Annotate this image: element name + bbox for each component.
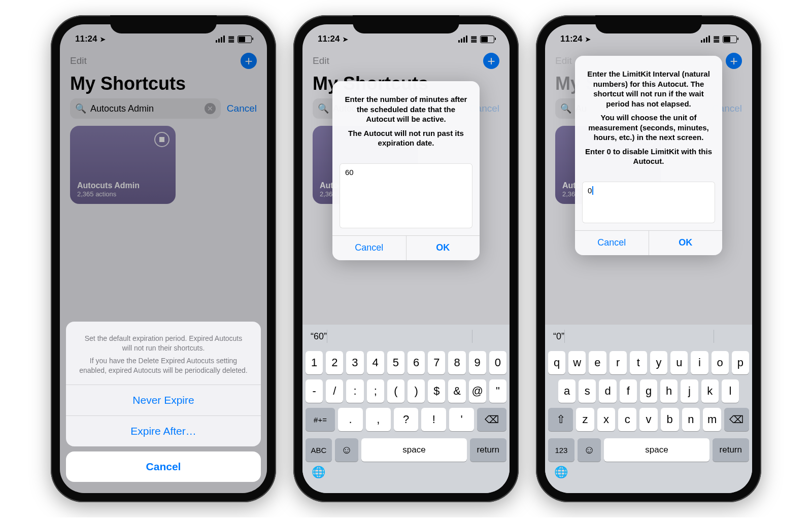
- keyboard-row: -/:;()$&@": [306, 379, 506, 403]
- alert-dialog: Enter the number of minutes after the sc…: [332, 81, 480, 260]
- key[interactable]: q: [548, 351, 565, 374]
- key[interactable]: ?: [394, 408, 419, 431]
- phone-1: 11:24 ➤ ䷀ Edit + My Shortcuts 🔍 Autocuts…: [51, 15, 276, 502]
- key[interactable]: .: [338, 408, 363, 431]
- key[interactable]: 7: [428, 351, 445, 374]
- notch: [110, 15, 217, 33]
- phone-2: 11:24 ➤ ䷀ Edit + My Shortcuts 🔍 Autocuts…: [293, 15, 519, 502]
- key[interactable]: d: [599, 379, 616, 403]
- key[interactable]: i: [691, 351, 708, 374]
- key[interactable]: 8: [448, 351, 465, 374]
- key[interactable]: k: [701, 379, 719, 403]
- alert-dialog: Enter the LimitKit Interval (natural num…: [575, 56, 722, 255]
- alert-input-value: 60: [345, 168, 354, 177]
- key[interactable]: u: [670, 351, 688, 374]
- key-mode-toggle[interactable]: 123: [548, 438, 574, 462]
- key[interactable]: ": [489, 379, 506, 403]
- quicktype-divider: [472, 330, 472, 343]
- key-delete[interactable]: ⌫: [724, 408, 749, 431]
- quicktype-divider: [564, 330, 565, 343]
- key-return[interactable]: return: [470, 438, 507, 462]
- key[interactable]: 4: [367, 351, 384, 374]
- key[interactable]: 6: [408, 351, 425, 374]
- key[interactable]: !: [421, 408, 446, 431]
- key-space[interactable]: space: [604, 438, 709, 462]
- key[interactable]: h: [660, 379, 678, 403]
- key[interactable]: @: [469, 379, 486, 403]
- key[interactable]: a: [558, 379, 576, 403]
- keyboard: “60” 1234567890 -/:;()$&@" #+= .,?!' ⌫: [302, 325, 510, 493]
- action-sheet: Set the default expiration period. Expir…: [66, 322, 261, 482]
- alert-text-input[interactable]: 0: [582, 182, 715, 223]
- key[interactable]: :: [346, 379, 363, 403]
- alert-text: The Autocut will not run past its expira…: [342, 128, 470, 148]
- quicktype-suggestion[interactable]: “0”: [553, 331, 564, 342]
- key[interactable]: 3: [346, 351, 363, 374]
- key[interactable]: s: [579, 379, 596, 403]
- key[interactable]: $: [428, 379, 445, 403]
- key[interactable]: p: [732, 351, 749, 374]
- key-shift[interactable]: ⇧: [548, 408, 573, 431]
- key-emoji[interactable]: ☺: [578, 438, 601, 462]
- key[interactable]: (: [387, 379, 404, 403]
- alert-text-input[interactable]: 60: [340, 163, 472, 228]
- key[interactable]: 5: [387, 351, 404, 374]
- key[interactable]: e: [589, 351, 606, 374]
- key[interactable]: ,: [366, 408, 391, 431]
- expire-after-button[interactable]: Expire After…: [66, 415, 261, 446]
- key[interactable]: 0: [489, 351, 506, 374]
- never-expire-button[interactable]: Never Expire: [66, 385, 261, 415]
- globe-icon[interactable]: 🌐: [302, 466, 510, 493]
- key[interactable]: l: [722, 379, 739, 403]
- key-abc[interactable]: ABC: [306, 438, 332, 462]
- key[interactable]: /: [326, 379, 343, 403]
- key[interactable]: ;: [367, 379, 384, 403]
- alert-input-value: 0: [588, 186, 593, 195]
- key[interactable]: &: [448, 379, 465, 403]
- phone-3: 11:24 ➤ ䷀ Edit + My Shortcuts 🔍 Au: [536, 15, 761, 502]
- key[interactable]: r: [610, 351, 627, 374]
- sheet-cancel-button[interactable]: Cancel: [66, 451, 261, 482]
- alert-ok-button[interactable]: OK: [406, 236, 480, 260]
- alert-cancel-button[interactable]: Cancel: [575, 231, 649, 255]
- globe-icon[interactable]: 🌐: [545, 466, 752, 493]
- alert-cancel-button[interactable]: Cancel: [332, 236, 406, 260]
- key-delete[interactable]: ⌫: [477, 408, 506, 431]
- key[interactable]: n: [682, 408, 700, 431]
- keyboard-row: zxcvbnm: [576, 408, 721, 431]
- key[interactable]: c: [618, 408, 636, 431]
- key[interactable]: 9: [469, 351, 486, 374]
- keyboard: “0” qwertyuiop asdfghjkl ⇧ zxcvbnm ⌫: [545, 325, 752, 493]
- key[interactable]: ': [449, 408, 474, 431]
- alert-text: Enter 0 to disable LimitKit with this Au…: [584, 147, 713, 166]
- key[interactable]: f: [620, 379, 637, 403]
- key[interactable]: y: [650, 351, 667, 374]
- key[interactable]: z: [576, 408, 594, 431]
- key[interactable]: ): [408, 379, 425, 403]
- key[interactable]: v: [639, 408, 658, 431]
- key[interactable]: 1: [306, 351, 323, 374]
- keyboard-row: qwertyuiop: [548, 351, 749, 374]
- sheet-message: Set the default expiration period. Expir…: [66, 322, 261, 385]
- alert-ok-button[interactable]: OK: [649, 231, 723, 255]
- quicktype-divider: [714, 330, 714, 343]
- key-return[interactable]: return: [713, 438, 750, 462]
- quicktype-suggestion[interactable]: “60”: [311, 331, 327, 342]
- quicktype-divider: [327, 330, 327, 343]
- key[interactable]: j: [681, 379, 698, 403]
- key-emoji[interactable]: ☺: [335, 438, 359, 462]
- key[interactable]: g: [640, 379, 657, 403]
- key[interactable]: -: [306, 379, 323, 403]
- alert-text: You will choose the unit of measurement …: [584, 113, 713, 143]
- key[interactable]: w: [568, 351, 586, 374]
- sheet-message-line: Set the default expiration period. Expir…: [79, 334, 248, 353]
- alert-text: Enter the LimitKit Interval (natural num…: [584, 69, 713, 109]
- key[interactable]: b: [661, 408, 679, 431]
- key[interactable]: 2: [326, 351, 343, 374]
- key[interactable]: t: [630, 351, 647, 374]
- key[interactable]: m: [703, 408, 721, 431]
- key-space[interactable]: space: [361, 438, 466, 462]
- key[interactable]: o: [712, 351, 729, 374]
- key-symbol-toggle[interactable]: #+=: [306, 408, 335, 431]
- key[interactable]: x: [597, 408, 616, 431]
